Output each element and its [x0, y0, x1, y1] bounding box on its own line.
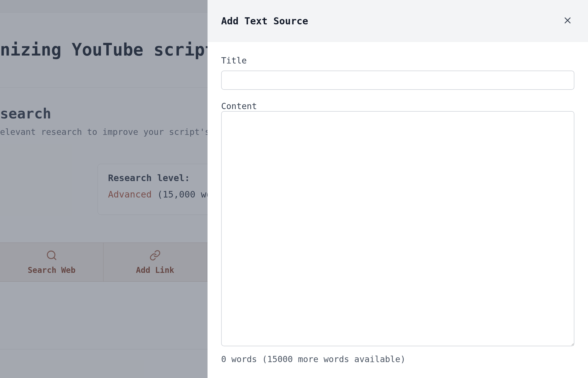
add-text-source-panel: Add Text Source Title Content 0 words (1… — [208, 0, 588, 378]
title-label: Title — [221, 56, 574, 65]
close-button[interactable] — [561, 14, 574, 28]
panel-title: Add Text Source — [221, 15, 308, 27]
panel-header: Add Text Source — [208, 0, 588, 42]
title-input[interactable] — [221, 71, 574, 90]
panel-body: Title Content 0 words (15000 more words … — [208, 42, 588, 364]
content-label: Content — [221, 101, 257, 111]
close-icon — [562, 15, 573, 26]
content-section: Content 0 words (15000 more words availa… — [221, 101, 574, 364]
word-count-text: 0 words (15000 more words available) — [221, 354, 574, 364]
content-textarea[interactable] — [221, 111, 574, 346]
